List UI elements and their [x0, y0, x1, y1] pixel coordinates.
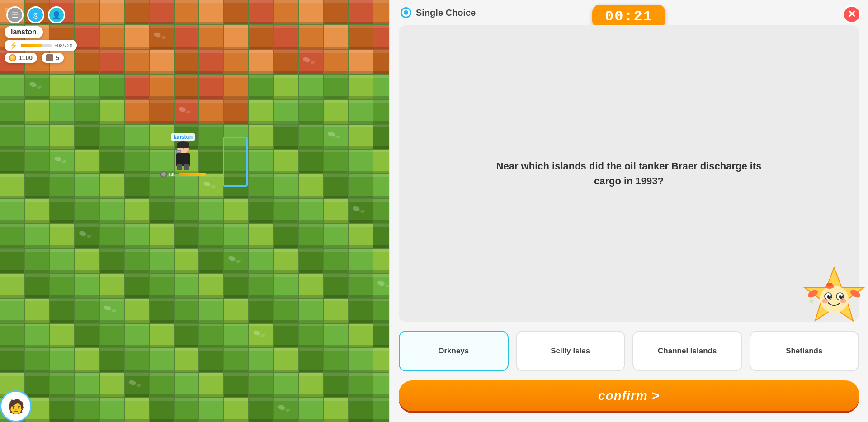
health-label: 100	[168, 172, 176, 177]
svg-point-9	[840, 299, 846, 303]
top-buttons: ☰ ◎ 👤	[6, 6, 65, 23]
choice-shetlands[interactable]: Shetlands	[750, 331, 859, 371]
svg-point-6	[829, 295, 830, 297]
energy-icon: ⚡	[9, 41, 18, 50]
hud: lanston ⚡ 508/720 1100 5	[5, 26, 77, 63]
confirm-button[interactable]: confirm >	[399, 380, 859, 411]
char-name-tag: lanston	[171, 133, 196, 141]
choice-scilly-isles[interactable]: Scilly Isles	[516, 331, 626, 371]
energy-bar-track	[21, 44, 52, 47]
coins-value: 1100	[19, 54, 33, 61]
coins-box: 1100	[5, 53, 37, 63]
quiz-panel: Single Choice 00:21 ✕ Near which islands…	[389, 0, 868, 422]
selection-box	[223, 137, 248, 187]
bottom-avatar[interactable]: 🧑	[0, 390, 32, 422]
player-character: lanston 100	[160, 133, 206, 178]
char-health-track	[179, 173, 206, 176]
menu-button-2[interactable]: ◎	[27, 6, 44, 23]
bag-icon	[46, 54, 53, 61]
mascot	[800, 263, 863, 326]
hud-currency: 1100 5	[5, 53, 77, 63]
char-health-bar: 100	[160, 171, 206, 178]
choice-channel-islands[interactable]: Channel Islands	[632, 331, 742, 371]
svg-point-13	[826, 283, 833, 286]
bags-value: 5	[56, 54, 59, 61]
char-sprite	[172, 141, 194, 170]
quiz-choices: Orkneys Scilly Isles Channel Islands She…	[390, 331, 868, 371]
single-choice-icon	[401, 7, 411, 18]
confirm-section: confirm >	[390, 380, 868, 422]
bags-box: 5	[42, 53, 64, 63]
quiz-title: Single Choice	[416, 8, 476, 18]
quiz-question-area: Near which islands did the oil tanker Br…	[399, 25, 859, 322]
game-panel: ☰ ◎ 👤 lanston ⚡ 508/720 1100 5 lanston	[0, 0, 389, 422]
close-button[interactable]: ✕	[843, 5, 861, 23]
char-health-icon	[160, 171, 167, 178]
energy-bar: ⚡ 508/720	[5, 40, 77, 51]
menu-button-1[interactable]: ☰	[6, 6, 24, 23]
char-health-fill	[179, 173, 206, 176]
quiz-question-text: Near which islands did the oil tanker Br…	[493, 159, 764, 188]
choice-orkneys[interactable]: Orkneys	[399, 331, 509, 371]
svg-point-7	[841, 295, 842, 297]
coin-icon	[9, 54, 16, 61]
svg-point-8	[822, 299, 828, 303]
menu-button-3[interactable]: 👤	[48, 6, 65, 23]
energy-bar-fill	[21, 44, 42, 47]
tile-canvas	[0, 0, 389, 422]
quiz-header: Single Choice 00:21 ✕	[390, 0, 868, 25]
energy-label: 508/720	[54, 43, 72, 48]
svg-marker-14	[809, 298, 815, 304]
player-name: lanston	[5, 26, 43, 38]
